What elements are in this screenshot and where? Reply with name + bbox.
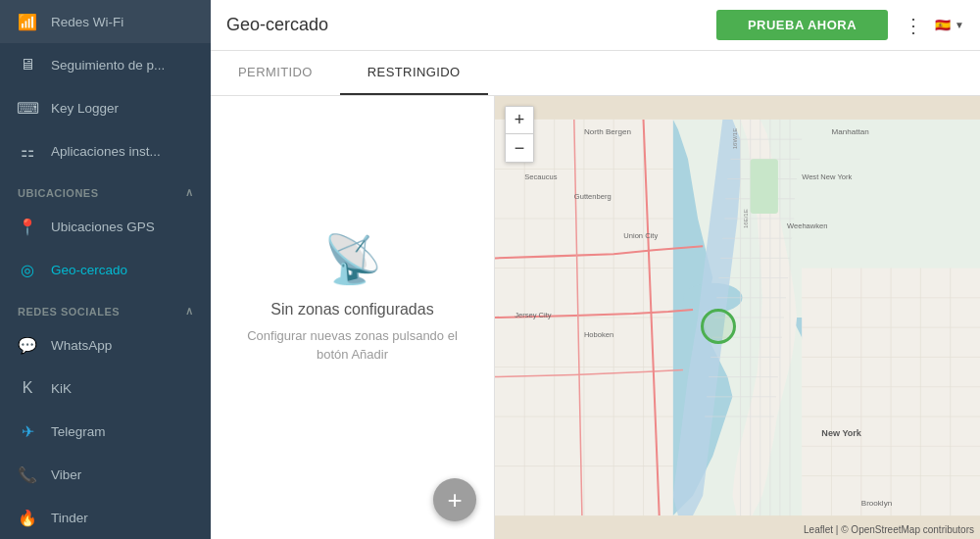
sidebar-item-gps[interactable]: 📍Ubicaciones GPS — [0, 205, 211, 248]
sidebar-label: Viber — [51, 467, 81, 482]
geo-icon: ◎ — [18, 260, 37, 279]
language-selector[interactable]: 🇪🇸 ▼ — [935, 18, 964, 32]
map-attribution: Leaflet | © OpenStreetMap contributors — [804, 524, 974, 535]
page-title: Geo-cercado — [226, 15, 716, 35]
content-area: 📡 Sin zonas configuradas Configurar nuev… — [211, 96, 980, 539]
map-svg: Fairview North Bergen Manhattan Secaucus… — [495, 96, 980, 539]
top-bar: Geo-cercado PRUEBA AHORA ⋮ 🇪🇸 ▼ — [211, 0, 980, 51]
sidebar-label: Key Logger — [51, 101, 119, 116]
tracking-icon: 🖥 — [18, 55, 37, 74]
sidebar-item-wifi[interactable]: 📶Redes Wi-Fi — [0, 0, 211, 43]
sidebar-item-keylogger[interactable]: ⌨Key Logger — [0, 86, 211, 129]
add-zone-button[interactable]: + — [433, 478, 476, 521]
geo-fence-marker — [701, 309, 736, 344]
empty-state-subtitle: Configurar nuevas zonas pulsando el botó… — [211, 326, 494, 365]
tab-permitido[interactable]: PERMITIDO — [211, 51, 340, 95]
sidebar-label: KiK — [51, 381, 72, 396]
sidebar-item-telegram[interactable]: ✈Telegram — [0, 410, 211, 453]
prueba-ahora-button[interactable]: PRUEBA AHORA — [716, 10, 888, 40]
sidebar-label: Seguimiento de p... — [51, 58, 165, 73]
section-ubicaciones: UBICACIONES ∧ — [0, 172, 211, 205]
sidebar-label: Ubicaciones GPS — [51, 220, 155, 234]
svg-text:Union City: Union City — [623, 231, 658, 240]
sidebar-label: Aplicaciones inst... — [51, 144, 161, 159]
more-options-icon[interactable]: ⋮ — [904, 14, 923, 37]
map-zoom-controls: + − — [505, 106, 534, 163]
telegram-icon: ✈ — [18, 421, 37, 441]
sidebar-label: Tinder — [51, 511, 88, 525]
chevron-up-icon-redes: ∧ — [185, 305, 194, 318]
tab-restringido[interactable]: RESTRINGIDO — [340, 51, 488, 95]
sidebar-item-apps[interactable]: ⚏Aplicaciones inst... — [0, 129, 211, 172]
sidebar-item-tracking[interactable]: 🖥Seguimiento de p... — [0, 43, 211, 86]
whatsapp-icon: 💬 — [18, 335, 37, 355]
svg-rect-49 — [751, 159, 778, 214]
sidebar-label: Telegram — [51, 424, 106, 439]
sidebar-label: Geo-cercado — [51, 263, 127, 277]
sidebar-item-tinder[interactable]: 🔥Tinder — [0, 496, 211, 539]
flag-icon: 🇪🇸 — [935, 18, 951, 32]
empty-state-icon: 📡 — [323, 232, 382, 287]
svg-text:Manhattan: Manhattan — [831, 127, 868, 136]
keylogger-icon: ⌨ — [18, 98, 37, 118]
zoom-in-button[interactable]: + — [506, 107, 533, 134]
zoom-out-button[interactable]: − — [506, 134, 533, 162]
top-bar-right: ⋮ 🇪🇸 ▼ — [904, 14, 964, 37]
tinder-icon: 🔥 — [18, 508, 37, 527]
svg-text:Jersey City: Jersey City — [514, 311, 552, 319]
kik-icon: K — [18, 378, 37, 398]
svg-text:Brooklyn: Brooklyn — [861, 499, 892, 508]
chevron-up-icon: ∧ — [185, 186, 194, 199]
svg-text:Secaucus: Secaucus — [524, 172, 557, 181]
sidebar-item-kik[interactable]: KKiK — [0, 367, 211, 410]
sidebar: 📶Redes Wi-Fi🖥Seguimiento de p...⌨Key Log… — [0, 0, 211, 539]
sidebar-item-viber[interactable]: 📞Viber — [0, 453, 211, 496]
svg-text:West New York: West New York — [802, 172, 852, 181]
svg-text:North Bergen: North Bergen — [584, 127, 631, 136]
sidebar-label: WhatsApp — [51, 338, 112, 353]
svg-text:Guttenberg: Guttenberg — [574, 192, 612, 201]
left-panel: 📡 Sin zonas configuradas Configurar nuev… — [211, 96, 495, 539]
main-content: Geo-cercado PRUEBA AHORA ⋮ 🇪🇸 ▼ PERMITID… — [211, 0, 980, 539]
sidebar-item-whatsapp[interactable]: 💬WhatsApp — [0, 323, 211, 367]
svg-text:16W/1E: 16W/1E — [733, 128, 739, 150]
chevron-down-icon: ▼ — [955, 20, 964, 30]
empty-state-title: Sin zonas configuradas — [270, 301, 433, 318]
gps-icon: 📍 — [18, 217, 37, 236]
apps-icon: ⚏ — [18, 141, 37, 161]
map-panel: Fairview North Bergen Manhattan Secaucus… — [495, 96, 980, 539]
svg-text:Hoboken: Hoboken — [584, 330, 613, 339]
wifi-icon: 📶 — [18, 12, 37, 31]
viber-icon: 📞 — [18, 465, 37, 484]
svg-text:16E/1E: 16E/1E — [743, 209, 749, 228]
section-redes-sociales: REDES SOCIALES ∧ — [0, 291, 211, 323]
sidebar-item-geo[interactable]: ◎Geo-cercado — [0, 248, 211, 291]
svg-text:New York: New York — [821, 428, 861, 438]
sidebar-label: Redes Wi-Fi — [51, 15, 123, 29]
svg-text:Weehawken: Weehawken — [787, 221, 827, 230]
tabs-bar: PERMITIDO RESTRINGIDO — [211, 51, 980, 96]
